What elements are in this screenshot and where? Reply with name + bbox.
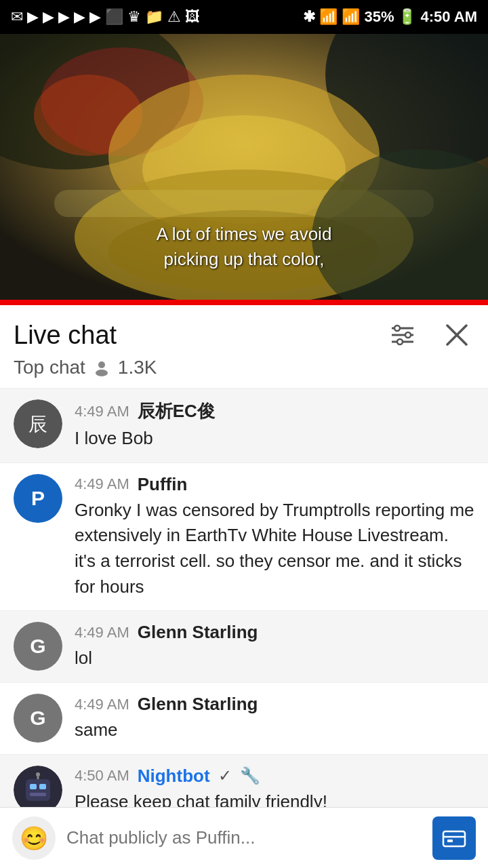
- signal-icon: 📶: [342, 8, 360, 26]
- svg-rect-39: [447, 840, 453, 842]
- avatar: G: [14, 694, 62, 743]
- svg-point-16: [397, 339, 403, 344]
- video-subtitle: A lot of times we avoid picking up that …: [0, 222, 488, 271]
- emoji-button[interactable]: 😊: [12, 816, 56, 860]
- message-author: Nightbot: [138, 766, 210, 787]
- svg-rect-27: [30, 793, 46, 796]
- message-text: lol: [75, 646, 474, 671]
- header-icons: [385, 317, 474, 353]
- svg-text:辰: 辰: [28, 414, 47, 435]
- message-author: Glenn Starling: [138, 694, 258, 715]
- svg-rect-24: [26, 779, 50, 801]
- svg-rect-37: [443, 831, 465, 846]
- youtube-icon3: ▶: [58, 8, 70, 26]
- message-content: 4:49 AM Glenn Starling same: [75, 694, 474, 743]
- verified-icon: ✓: [218, 766, 232, 785]
- video-progress-bar[interactable]: [0, 300, 488, 305]
- chat-input[interactable]: [66, 827, 422, 848]
- message-content: 4:49 AM Puffin Gronky I was censored by …: [75, 474, 474, 600]
- message-content: 4:49 AM Glenn Starling lol: [75, 622, 474, 671]
- message-text: I love Bob: [75, 426, 474, 452]
- svg-point-19: [98, 361, 105, 368]
- battery-icon: 🔋: [398, 8, 416, 26]
- chat-input-bar: 😊: [0, 807, 488, 868]
- message-content: 4:49 AM 辰析EC俊 I love Bob: [75, 399, 474, 452]
- message-time: 4:49 AM: [75, 403, 129, 420]
- message-icon: ✉: [11, 8, 23, 26]
- viewer-count: 1.3K: [118, 357, 157, 378]
- avatar: 辰: [14, 399, 62, 448]
- photo-icon: 🖼: [185, 8, 200, 26]
- filter-button[interactable]: [385, 317, 420, 353]
- svg-point-29: [36, 772, 40, 776]
- crown-icon: ♛: [127, 8, 141, 26]
- svg-point-15: [405, 332, 411, 338]
- bluetooth-icon: ✱: [303, 8, 315, 26]
- notification-icons: ✉ ▶ ▶ ▶ ▶ ▶ ⬛ ♛ 📁 ⚠ 🖼: [11, 8, 200, 26]
- youtube-icon4: ▶: [74, 8, 85, 26]
- chat-messages: 辰 4:49 AM 辰析EC俊 I love Bob P 4:49 AM Puf…: [0, 389, 488, 868]
- svg-point-20: [96, 370, 108, 376]
- youtube-icon: ▶: [27, 8, 39, 26]
- message-time: 4:49 AM: [75, 624, 129, 642]
- chat-message: G 4:49 AM Glenn Starling same: [0, 683, 488, 755]
- chat-message: G 4:49 AM Glenn Starling lol: [0, 611, 488, 683]
- message-text: same: [75, 717, 474, 743]
- message-author: Glenn Starling: [138, 622, 258, 643]
- wrench-icon: 🔧: [240, 766, 260, 785]
- superchat-button[interactable]: [432, 816, 476, 860]
- svg-point-14: [394, 326, 400, 331]
- youtube-icon2: ▶: [43, 8, 54, 26]
- chat-message: 辰 4:49 AM 辰析EC俊 I love Bob: [0, 389, 488, 463]
- message-author: Puffin: [138, 474, 188, 495]
- chat-header: Live chat Top: [0, 305, 488, 389]
- message-text: Gronky I was censored by Trumptrolls rep…: [75, 498, 474, 600]
- youtube-icon5: ▶: [89, 8, 101, 26]
- m-icon: ⬛: [105, 8, 123, 26]
- svg-rect-25: [30, 784, 37, 789]
- message-time: 4:50 AM: [75, 767, 129, 785]
- status-bar: ✉ ▶ ▶ ▶ ▶ ▶ ⬛ ♛ 📁 ⚠ 🖼 ✱ 📶 📶 35% 🔋 4:50 A…: [0, 0, 488, 34]
- message-time: 4:49 AM: [75, 696, 129, 713]
- emoji-icon: 😊: [20, 825, 48, 852]
- battery-percent: 35%: [364, 8, 394, 26]
- warning-icon: ⚠: [167, 8, 181, 26]
- message-author: 辰析EC俊: [138, 399, 215, 423]
- wifi-icon: 📶: [319, 8, 338, 26]
- avatar: G: [14, 622, 62, 671]
- video-player[interactable]: A lot of times we avoid picking up that …: [0, 34, 488, 305]
- top-chat-label[interactable]: Top chat: [14, 357, 85, 378]
- message-time: 4:49 AM: [75, 475, 129, 493]
- close-button[interactable]: [439, 317, 474, 353]
- avatar: P: [14, 474, 62, 523]
- folder-icon: 📁: [145, 8, 163, 26]
- live-chat-title: Live chat: [14, 321, 117, 350]
- svg-rect-26: [39, 784, 46, 789]
- person-icon: [92, 358, 111, 377]
- clock: 4:50 AM: [420, 8, 477, 26]
- status-indicators: ✱ 📶 📶 35% 🔋 4:50 AM: [303, 8, 477, 26]
- chat-message: P 4:49 AM Puffin Gronky I was censored b…: [0, 463, 488, 612]
